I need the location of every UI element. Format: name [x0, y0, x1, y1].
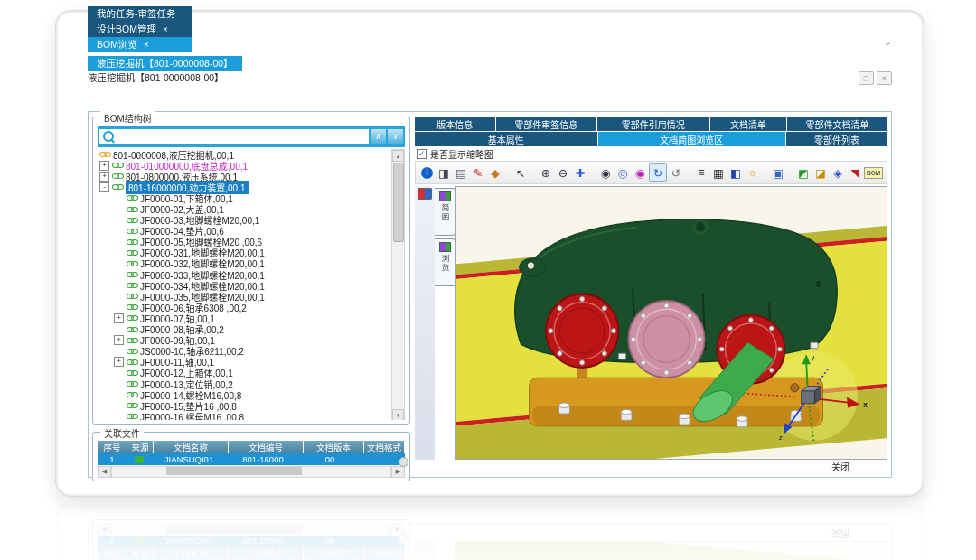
- toolbar-icon[interactable]: ◪: [812, 164, 829, 181]
- toolbar-icon[interactable]: ↖: [512, 164, 529, 181]
- part-link-icon: [112, 173, 123, 180]
- expander-icon[interactable]: +: [114, 357, 124, 367]
- info-tab[interactable]: 零部件审签信息: [496, 117, 596, 131]
- toolbar-icon[interactable]: ☼: [745, 164, 761, 181]
- file-version: 00: [300, 454, 360, 464]
- thumbnail-icon: [439, 191, 451, 201]
- bom-tree-group-label: BOM结构树: [100, 111, 155, 125]
- part-link-icon: [127, 271, 137, 278]
- expander-icon[interactable]: +: [114, 313, 124, 323]
- thumbnail-checkbox[interactable]: ✓: [417, 149, 427, 159]
- 3d-viewport[interactable]: x y z: [455, 186, 887, 460]
- scroll-right-icon[interactable]: ▶: [391, 466, 405, 478]
- toolbar-icon[interactable]: →: [884, 164, 887, 181]
- gearbox-3d-model: x y z: [456, 187, 887, 459]
- main-tab[interactable]: 设计BOM管理 ×: [88, 22, 192, 37]
- files-column-header: 序号: [98, 441, 127, 453]
- part-link-icon: [127, 326, 137, 333]
- toolbar-icon[interactable]: ⊖: [555, 164, 571, 181]
- maximize-button[interactable]: □: [859, 71, 874, 85]
- part-link-icon: [127, 380, 137, 387]
- main-tab-label: BOM浏览: [97, 37, 137, 52]
- files-table: 序号来源文档名称文档编号文档版本文档格式 1 JIANSUQI01 801-16…: [98, 441, 405, 477]
- files-column-header: 文档版本: [304, 441, 364, 453]
- scroll-down-icon[interactable]: ▼: [392, 409, 404, 420]
- close-link[interactable]: 关闭: [831, 460, 849, 473]
- toolbar-icon[interactable]: ▤: [453, 164, 469, 181]
- main-tab[interactable]: 我的任务-审签任务: [88, 6, 192, 22]
- application-window: 我的任务-审签任务 设计BOM管理 × BOM浏览 × ⌄ 液压挖掘机【801-…: [56, 11, 924, 496]
- toolbar-icon[interactable]: ✎: [470, 164, 486, 181]
- viewer-doc-icon[interactable]: [418, 188, 432, 200]
- related-files-group: 关联文件 序号来源文档名称文档编号文档版本文档格式 1 JIANSUQI01 8…: [92, 432, 410, 481]
- part-link-icon: [112, 183, 123, 191]
- expander-icon[interactable]: +: [99, 172, 109, 182]
- toolbar-icon[interactable]: ✚: [572, 164, 588, 181]
- search-prev-button[interactable]: ∧: [371, 129, 386, 144]
- toolbar-icon[interactable]: i: [421, 167, 433, 179]
- thumbnail-icon: [439, 242, 451, 252]
- file-seq: 1: [98, 454, 127, 464]
- toolbar-icon[interactable]: ◈: [830, 164, 846, 181]
- info-tab[interactable]: 版本信息: [415, 117, 495, 131]
- view-tab[interactable]: 零部件列表: [786, 132, 887, 146]
- part-link-icon: [127, 369, 137, 377]
- expander-icon[interactable]: +: [114, 335, 124, 345]
- tree-scrollbar[interactable]: ▲ ▼: [391, 149, 405, 420]
- part-link-icon: [127, 217, 137, 224]
- toolbar-icon[interactable]: ◥: [847, 164, 863, 181]
- viewer-vertical-tab[interactable]: 浏览: [435, 238, 455, 286]
- files-column-header: 来源: [127, 441, 154, 453]
- viewer-side-column: [415, 186, 435, 460]
- toolbar-icon[interactable]: ▣: [770, 164, 786, 181]
- part-link-icon: [127, 314, 137, 322]
- search-input[interactable]: [117, 130, 365, 143]
- toolbar-icon[interactable]: ▦: [710, 164, 727, 181]
- files-hscrollbar[interactable]: ◀ ▶: [98, 466, 405, 477]
- file-number: 801-16000: [226, 454, 300, 464]
- scroll-up-icon[interactable]: ▲: [392, 150, 404, 162]
- main-tab-label: 我的任务-审签任务: [97, 6, 176, 22]
- expander-icon[interactable]: -: [99, 182, 109, 192]
- toolbar-icon[interactable]: ◩: [795, 164, 812, 181]
- toolbar-icon[interactable]: ◆: [487, 164, 503, 181]
- toolbar-icon[interactable]: BOM: [864, 167, 883, 179]
- part-link-icon: [127, 260, 137, 267]
- toolbar-icon[interactable]: ◉: [632, 164, 648, 181]
- toolbar-icon[interactable]: ◧: [727, 164, 744, 181]
- toolbar-icon[interactable]: ≡: [693, 164, 709, 181]
- search-icon: [103, 131, 114, 142]
- scrollbar-thumb[interactable]: [393, 163, 404, 242]
- info-tab[interactable]: 文档清单: [710, 117, 786, 131]
- viewer-vertical-tab[interactable]: 简图: [435, 188, 455, 236]
- tree-item[interactable]: JF0000-16,螺母M16 ,00,8: [99, 411, 391, 420]
- toolbar-icon[interactable]: ↻: [649, 163, 667, 182]
- search-box[interactable]: [99, 129, 369, 144]
- toolbar-icon[interactable]: ⊕: [538, 164, 554, 181]
- toolbar-icon[interactable]: ◨: [436, 164, 452, 181]
- part-link-icon: [127, 359, 137, 366]
- toolbar-icon[interactable]: ◎: [615, 164, 631, 181]
- record-knob[interactable]: [399, 457, 408, 467]
- close-button[interactable]: ×: [877, 71, 892, 85]
- part-link-icon: [99, 151, 110, 158]
- tab-close-icon[interactable]: ×: [163, 22, 168, 37]
- tab-close-icon[interactable]: ×: [144, 37, 149, 52]
- hscrollbar-thumb[interactable]: [166, 467, 302, 475]
- toolbar-icon[interactable]: ◉: [597, 164, 614, 181]
- files-row[interactable]: 1 JIANSUQI01 801-16000 00: [98, 453, 405, 465]
- toolbar-icon[interactable]: ↺: [668, 164, 684, 181]
- info-tab[interactable]: 零部件文档清单: [787, 117, 887, 131]
- view-tab[interactable]: 文档简图浏览区: [598, 132, 785, 146]
- file-source-icon: [135, 456, 144, 463]
- expander-icon[interactable]: +: [99, 161, 109, 171]
- info-tab[interactable]: 零部件引用情况: [597, 117, 709, 131]
- part-link-icon: [127, 303, 137, 311]
- main-tab[interactable]: BOM浏览 ×: [88, 37, 192, 52]
- chevron-down-icon[interactable]: ⌄: [884, 36, 892, 48]
- view-tab[interactable]: 基本属性: [415, 132, 597, 146]
- search-next-button[interactable]: ∨: [388, 129, 403, 144]
- part-link-icon: [127, 391, 137, 398]
- main-tab-label: 设计BOM管理: [97, 22, 156, 37]
- scroll-left-icon[interactable]: ◀: [98, 466, 111, 478]
